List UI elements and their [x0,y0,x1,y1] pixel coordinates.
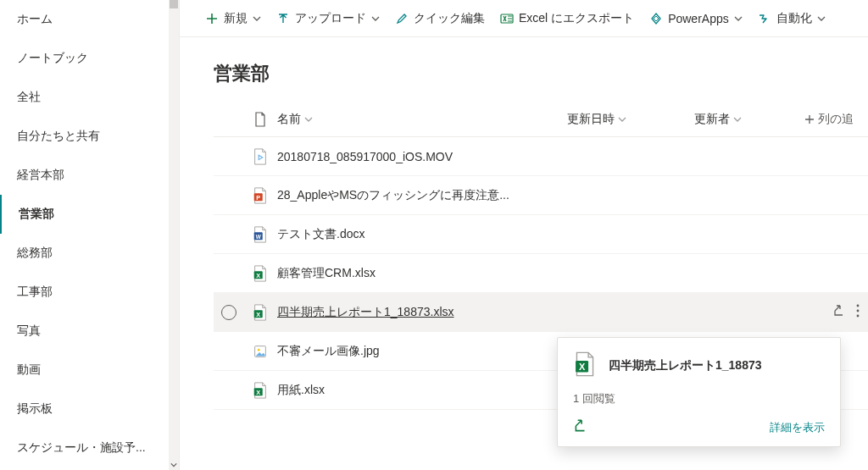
image-file-icon [252,343,269,360]
col-modifiedby-header[interactable]: 更新者 [694,112,804,127]
hovercard-views: 1 回閲覧 [573,391,825,406]
file-name[interactable]: 四半期売上レポート1_18873.xlsx [277,305,832,320]
command-bar: 新規 アップロード クイック編集 Excel にエクスポート [180,0,868,37]
new-label: 新規 [224,11,248,26]
sidebar-item-general[interactable]: 総務部 [0,234,179,273]
file-name[interactable]: テスト文書.docx [277,227,868,242]
sidebar-item-shared[interactable]: 自分たちと共有 [0,117,179,156]
plus-icon [804,114,815,124]
chevron-down-icon [253,14,261,23]
file-name[interactable]: 顧客管理CRM.xlsx [277,266,868,281]
document-icon [253,112,267,127]
powerapps-label: PowerApps [668,12,729,25]
sidebar-item-photos[interactable]: 写真 [0,312,179,351]
sidebar-scrollbar-track[interactable] [169,0,179,470]
svg-point-9 [857,305,860,307]
sidebar-item-home[interactable]: ホーム [0,0,179,39]
word-file-icon: W [252,226,269,243]
more-actions-icon[interactable] [856,304,860,320]
col-modifiedby-label: 更新者 [694,112,730,127]
new-button[interactable]: 新規 [205,11,261,26]
svg-text:X: X [256,310,260,318]
row-select-radio[interactable] [221,305,236,320]
export-label: Excel にエクスポート [519,11,634,26]
sidebar-item-board[interactable]: 掲示板 [0,390,179,429]
upload-icon [276,12,290,25]
sidebar-item-management[interactable]: 経営本部 [0,156,179,195]
excel-file-icon: X [573,351,597,379]
svg-point-13 [258,348,260,351]
svg-text:X: X [256,388,260,395]
upload-label: アップロード [295,11,366,26]
excel-icon [500,12,514,25]
file-row[interactable]: X 顧客管理CRM.xlsx [214,254,868,293]
column-header-row: 名前 更新日時 更新者 列の追 [214,102,868,137]
svg-point-10 [857,310,860,312]
upload-button[interactable]: アップロード [276,11,380,26]
video-file-icon [252,148,269,165]
file-name[interactable]: 28_AppleやMSのフィッシングに再度注意... [277,188,868,203]
file-row[interactable]: X 四半期売上レポート1_18873.xlsx [214,293,868,332]
add-column-button[interactable]: 列の追 [804,112,868,127]
sidebar-item-sales[interactable]: 営業部 [0,195,179,234]
sidebar-item-construction[interactable]: 工事部 [0,273,179,312]
file-row[interactable]: 20180718_085917000_iOS.MOV [214,137,868,176]
chevron-down-icon [734,14,743,23]
chevron-down-icon [817,14,826,23]
svg-text:P: P [256,193,260,201]
file-row[interactable]: P 28_AppleやMSのフィッシングに再度注意... [214,176,868,215]
plus-icon [205,12,219,25]
add-column-label: 列の追 [818,112,854,127]
hovercard-title: 四半期売上レポート1_18873 [609,358,762,373]
col-name-header[interactable]: 名前 [277,112,567,127]
scroll-down-icon[interactable] [169,460,179,470]
powerapps-button[interactable]: PowerApps [649,12,743,25]
col-modified-header[interactable]: 更新日時 [567,112,694,127]
svg-text:X: X [579,362,586,372]
page-title: 営業部 [180,37,868,102]
export-button[interactable]: Excel にエクスポート [500,11,634,26]
chevron-down-icon [304,115,313,124]
powerapps-icon [649,12,663,25]
quickedit-button[interactable]: クイック編集 [395,11,485,26]
chevron-down-icon [733,115,742,124]
excel-file-icon: X [252,265,269,282]
chevron-down-icon [618,115,626,124]
share-icon[interactable] [573,418,588,436]
sidebar-scrollbar-thumb[interactable] [170,0,178,8]
svg-point-11 [857,315,860,318]
excel-file-icon: X [252,304,269,321]
sidebar-item-notebook[interactable]: ノートブック [0,39,179,78]
svg-text:X: X [256,271,260,279]
quickedit-label: クイック編集 [414,11,485,26]
file-name[interactable]: 20180718_085917000_iOS.MOV [277,150,868,163]
sidebar-item-all[interactable]: 全社 [0,78,179,117]
share-icon[interactable] [832,304,846,320]
file-hover-card: X 四半期売上レポート1_18873 1 回閲覧 詳細を表示 [557,337,841,447]
svg-text:W: W [256,233,261,239]
powerpoint-file-icon: P [252,187,269,204]
show-details-link[interactable]: 詳細を表示 [770,420,825,435]
flow-icon [758,12,771,25]
col-modified-label: 更新日時 [567,112,615,127]
sidebar-item-schedule[interactable]: スケジュール・施設予... [0,429,179,467]
automate-label: 自動化 [776,11,812,26]
chevron-down-icon [371,14,380,23]
pencil-icon [395,12,409,25]
sidebar: ホーム ノートブック 全社 自分たちと共有 経営本部 営業部 総務部 工事部 写… [0,0,180,470]
sidebar-item-videos[interactable]: 動画 [0,351,179,390]
col-type[interactable] [243,112,277,127]
automate-button[interactable]: 自動化 [758,11,826,26]
file-row[interactable]: W テスト文書.docx [214,215,868,254]
col-name-label: 名前 [277,112,301,127]
excel-file-icon: X [252,382,269,399]
